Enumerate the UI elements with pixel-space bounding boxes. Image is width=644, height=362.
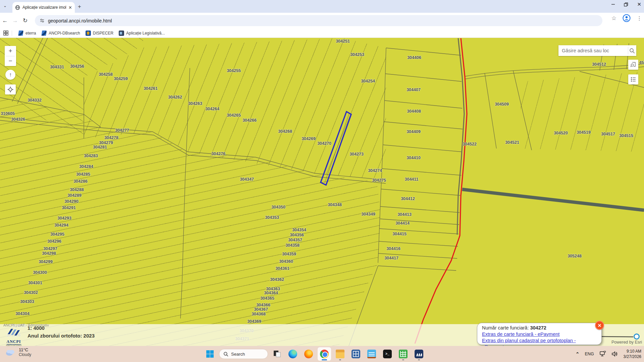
parcel-label: 304353 bbox=[265, 215, 279, 220]
close-window-button[interactable]: ✕ bbox=[637, 1, 641, 7]
popup-label: Număr carte funciară: bbox=[482, 325, 529, 330]
forward-button[interactable]: → bbox=[10, 17, 20, 24]
file-explorer-taskbar-icon[interactable] bbox=[333, 347, 347, 361]
parcel-label: 304295 bbox=[50, 232, 64, 237]
weather-temp: 11°C bbox=[19, 347, 31, 352]
parcel-label: 304284 bbox=[79, 164, 93, 169]
parcel-label: 304368 bbox=[252, 312, 266, 316]
compass-north-button[interactable]: ↑ bbox=[5, 70, 15, 80]
terminal-taskbar-icon[interactable]: >_ bbox=[381, 347, 394, 361]
parcel-label: 304512 bbox=[592, 62, 606, 67]
parcel-label: 304417 bbox=[384, 256, 398, 260]
parcel-label: 304288 bbox=[70, 187, 84, 192]
spreadsheet-icon bbox=[399, 350, 408, 358]
libreoffice-taskbar-icon[interactable] bbox=[412, 347, 426, 361]
legend-button[interactable] bbox=[628, 74, 638, 84]
apps-grid-icon[interactable] bbox=[3, 31, 8, 36]
firefox-taskbar-icon[interactable] bbox=[302, 347, 315, 361]
task-view-button[interactable] bbox=[270, 347, 284, 361]
profile-avatar[interactable] bbox=[623, 14, 631, 22]
parcel-label: 304254 bbox=[361, 79, 375, 83]
chrome-icon bbox=[320, 350, 329, 358]
bookmark-item[interactable]: eterra bbox=[15, 29, 39, 37]
weather-widget[interactable]: 11°C Cloudy bbox=[5, 347, 31, 357]
speaker-icon[interactable] bbox=[611, 351, 618, 357]
parcel-label: 304367 bbox=[254, 307, 268, 312]
parcel-label: 305248 bbox=[568, 254, 582, 258]
parcel-label: 304509 bbox=[495, 102, 509, 107]
bookmarks-separator bbox=[12, 31, 12, 36]
bookmark-label: Aplicație Legislativă... bbox=[126, 31, 165, 36]
address-bar[interactable]: geoportal.ancpi.ro/imobile.html bbox=[35, 15, 602, 26]
menu-kebab-icon[interactable]: ⋮ bbox=[637, 15, 642, 21]
parcel-label: 304283 bbox=[84, 154, 98, 158]
parcel-label: 304411 bbox=[405, 177, 418, 182]
minimize-button[interactable] bbox=[611, 2, 615, 6]
map-search-input[interactable] bbox=[558, 48, 628, 53]
bookmark-item[interactable]: DISPECER bbox=[83, 29, 116, 37]
language-indicator[interactable]: ENG bbox=[585, 352, 594, 356]
parcel-label: 304304 bbox=[15, 311, 30, 316]
parcel-label: 304407 bbox=[407, 87, 421, 92]
bookmark-item[interactable]: Aplicație Legislativă... bbox=[116, 29, 167, 37]
reload-button[interactable]: ↻ bbox=[20, 17, 30, 24]
parcel-label: 304266 bbox=[243, 118, 257, 123]
map-canvas[interactable]: 3106053043263043323043313042563042583042… bbox=[0, 38, 644, 346]
parcel-label: 304415 bbox=[392, 232, 407, 236]
parcel-label: 304301 bbox=[28, 281, 42, 285]
zoom-in-button[interactable]: + bbox=[5, 46, 16, 56]
parcel-label: 304364 bbox=[264, 291, 278, 295]
browser-tab[interactable]: Aplicație vizualizare imobile ✕ bbox=[12, 2, 75, 13]
parcel-label: 304255 bbox=[227, 68, 241, 73]
start-button[interactable] bbox=[203, 347, 217, 361]
tray-chevron-icon[interactable]: ⌃ bbox=[576, 351, 580, 357]
parcel-label: 304289 bbox=[67, 193, 82, 198]
tray-date: 3/27/2026 bbox=[624, 354, 641, 359]
parcel-label: 304270 bbox=[317, 141, 331, 146]
parcel-label: 304410 bbox=[407, 156, 421, 160]
identify-tool-button[interactable] bbox=[628, 60, 638, 70]
taskbar-search[interactable]: Search bbox=[219, 349, 268, 359]
restore-button[interactable] bbox=[624, 2, 628, 7]
calculator-taskbar-icon[interactable] bbox=[349, 347, 363, 361]
popup-close-button[interactable]: ✕ bbox=[595, 321, 604, 330]
libreoffice-calc-taskbar-icon[interactable] bbox=[396, 347, 410, 361]
extras-carte-funciara-link[interactable]: Extras de carte funciară - ePayment bbox=[482, 331, 597, 338]
network-icon[interactable] bbox=[599, 351, 606, 357]
parcel-label: 304262 bbox=[168, 95, 182, 100]
map-boundaries bbox=[0, 38, 644, 346]
parcel-label: 304278 bbox=[104, 135, 118, 140]
back-button[interactable]: ← bbox=[0, 17, 10, 24]
chrome-taskbar-icon[interactable] bbox=[318, 347, 331, 361]
parcel-label: 304256 bbox=[70, 64, 84, 69]
firefox-icon bbox=[304, 350, 313, 358]
parcel-label: 304332 bbox=[28, 98, 42, 103]
parcel-label: 304299 bbox=[39, 259, 53, 264]
parcel-label: 304366 bbox=[256, 303, 270, 307]
parcel-label: 304413 bbox=[397, 212, 412, 217]
extras-plan-cadastral-link[interactable]: Extras din planul cadastral pe ortofotop… bbox=[482, 338, 597, 346]
notepad-taskbar-icon[interactable] bbox=[365, 347, 378, 361]
edge-taskbar-icon[interactable] bbox=[286, 347, 300, 361]
map-search-button[interactable] bbox=[628, 45, 636, 56]
tab-search-chevron[interactable]: ⌄ bbox=[3, 3, 7, 8]
clock-widget[interactable]: 9:10 AM 3/27/2026 bbox=[624, 349, 641, 359]
vertex-line bbox=[600, 333, 642, 340]
bookmark-label: DISPECER bbox=[93, 31, 113, 36]
parcel-popup: Număr carte funciară: 304272 Extras de c… bbox=[477, 323, 602, 345]
parcel-label: 304253 bbox=[350, 52, 364, 57]
parcel-label: 304412 bbox=[401, 196, 415, 201]
locate-me-button[interactable] bbox=[5, 84, 16, 95]
bookmark-item[interactable]: ANCPI-DBsearch bbox=[39, 29, 83, 37]
tab-close-icon[interactable]: ✕ bbox=[68, 5, 72, 10]
ancpi-logo-icon bbox=[6, 328, 21, 337]
new-tab-button[interactable]: + bbox=[78, 3, 81, 10]
parcel-label: 304296 bbox=[47, 239, 61, 244]
parcel-label: 304348 bbox=[328, 202, 342, 207]
site-settings-icon[interactable] bbox=[40, 18, 45, 23]
zoom-out-button[interactable]: − bbox=[5, 56, 16, 66]
url-text: geoportal.ancpi.ro/imobile.html bbox=[48, 18, 112, 23]
parcel-label: 304369 bbox=[247, 319, 261, 324]
bookmark-star-icon[interactable]: ☆ bbox=[611, 15, 616, 22]
parcel-label: 304274 bbox=[368, 168, 382, 173]
